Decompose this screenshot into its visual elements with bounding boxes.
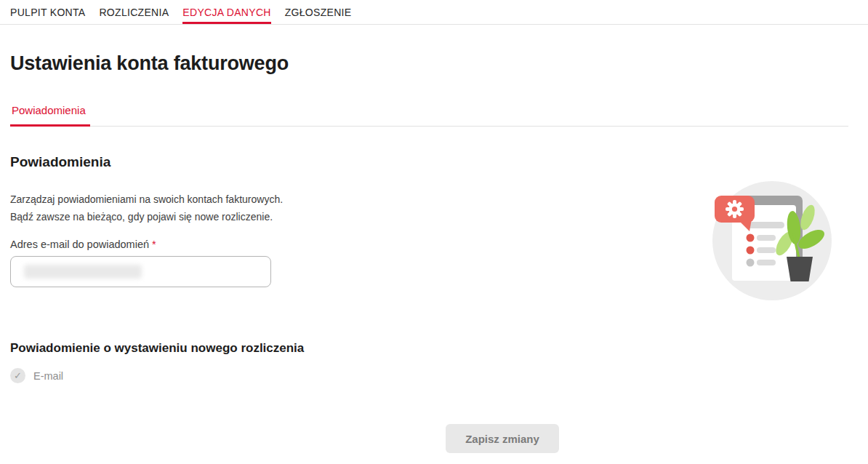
email-checkbox-label: E-mail (33, 370, 63, 382)
billing-notification-heading: Powiadomienie o wystawieniu nowego rozli… (10, 341, 868, 356)
nav-item-pulpit-konta[interactable]: PULPIT KONTA (10, 0, 85, 24)
page-title: Ustawienia konta fakturowego (10, 52, 868, 75)
check-icon: ✓ (14, 370, 22, 381)
email-field-label: Adres e-mail do powiadomień * (10, 239, 868, 250)
tab-strip: Powiadomienia (10, 103, 848, 127)
nav-item-rozliczenia[interactable]: ROZLICZENIA (99, 0, 169, 24)
description-line-2: Bądź zawsze na bieżąco, gdy pojawi się n… (10, 208, 868, 225)
email-input[interactable] (10, 256, 271, 287)
page-content: Ustawienia konta fakturowego Powiadomien… (0, 52, 868, 453)
nav-item-zgloszenie[interactable]: ZGŁOSZENIE (285, 0, 352, 24)
notifications-heading: Powiadomienia (10, 154, 868, 170)
email-checkbox[interactable]: ✓ (10, 368, 25, 383)
redacted-email-value (24, 265, 142, 279)
notifications-description: Zarządzaj powiadomieniami na swoich kont… (10, 191, 868, 225)
actions-bar: Zapisz zmiany (10, 424, 868, 453)
email-option-row: ✓ E-mail (10, 368, 868, 383)
required-marker: * (152, 239, 156, 250)
nav-item-edycja-danych[interactable]: EDYCJA DANYCH (182, 0, 270, 24)
top-navigation: PULPIT KONTA ROZLICZENIA EDYCJA DANYCH Z… (0, 0, 868, 25)
save-button[interactable]: Zapisz zmiany (446, 424, 559, 453)
description-line-1: Zarządzaj powiadomieniami na swoich kont… (10, 191, 868, 208)
tab-powiadomienia[interactable]: Powiadomienia (10, 103, 90, 127)
